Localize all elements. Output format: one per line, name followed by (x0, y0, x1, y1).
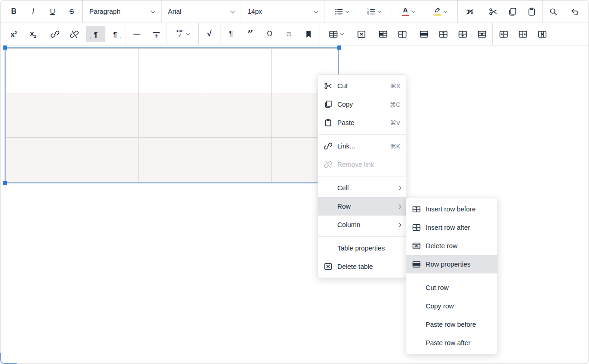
submenu-item-row-properties[interactable]: Row properties (406, 255, 497, 273)
table-cell[interactable] (205, 49, 271, 93)
row-properties-button[interactable] (414, 26, 433, 42)
submenu-item-paste-row-before[interactable]: Paste row before (406, 315, 497, 334)
square-root-button[interactable]: √ (200, 26, 219, 42)
bold-button[interactable]: B (4, 3, 23, 20)
page-break-button[interactable] (146, 26, 166, 42)
toolbar-separator (161, 0, 162, 23)
text-color-button[interactable]: A (392, 3, 424, 20)
menu-item-cell[interactable]: Cell (318, 179, 406, 197)
table-cell[interactable] (72, 138, 139, 182)
undo-button[interactable] (565, 3, 584, 20)
menu-item-label: Row (337, 203, 391, 210)
subscript-button[interactable]: x2 (23, 26, 43, 42)
blockquote-button[interactable]: ” (241, 26, 260, 42)
menu-item-link[interactable]: Link... ⌘K (318, 137, 406, 155)
unlink-button[interactable] (64, 26, 84, 42)
submenu-item-paste-row-after[interactable]: Paste row after (406, 334, 497, 352)
numbered-list-button[interactable]: 123 (358, 3, 390, 20)
submenu-item-insert-row-after[interactable]: Insert row after (406, 218, 497, 237)
insert-row-after-button[interactable] (453, 26, 472, 42)
square-root-icon: √ (207, 29, 211, 39)
delete-row-button[interactable] (472, 26, 491, 42)
paste-button[interactable] (522, 3, 541, 20)
submenu-item-copy-row[interactable]: Copy row (406, 297, 497, 315)
menu-item-paste[interactable]: Paste ⌘V (318, 114, 406, 132)
submenu-item-insert-row-before[interactable]: Insert row before (406, 200, 497, 218)
emoji-button[interactable]: ☺ (279, 26, 299, 42)
delete-table-button[interactable] (352, 26, 371, 42)
table-row (6, 138, 338, 182)
table-cell[interactable] (72, 49, 139, 93)
menu-item-label: Link... (337, 142, 383, 150)
menu-item-remove-link[interactable]: Remove link (318, 155, 406, 174)
chevron-down-icon (411, 9, 415, 12)
toolbar-separator (324, 0, 324, 23)
strikethrough-button[interactable]: S (62, 3, 81, 20)
rtl-button[interactable]: ¶→ (105, 26, 125, 42)
menu-item-column[interactable]: Column (318, 216, 406, 234)
bold-icon: B (11, 7, 17, 16)
block-format-select[interactable]: Paragraph (84, 3, 160, 20)
submenu-item-cut-row[interactable]: Cut row (406, 279, 497, 297)
table-cell[interactable] (205, 138, 271, 182)
underline-button[interactable]: U (43, 3, 62, 20)
menu-item-row[interactable]: Row (318, 197, 406, 216)
horizontal-rule-icon (133, 30, 141, 39)
insert-column-after-button[interactable] (513, 26, 532, 42)
menu-item-copy[interactable]: Copy ⌘C (318, 95, 406, 114)
bookmark-button[interactable] (299, 26, 318, 42)
copy-button[interactable] (502, 3, 522, 20)
chevron-down-icon (314, 9, 318, 13)
font-family-select[interactable]: Arial (162, 3, 240, 20)
menu-item-table-properties[interactable]: Table properties (318, 239, 406, 257)
merge-cells-button[interactable] (393, 26, 412, 42)
bullet-list-button[interactable] (325, 3, 358, 20)
horizontal-rule-button[interactable] (127, 26, 146, 42)
clear-formatting-button[interactable]: Tx (459, 3, 481, 20)
table-cell[interactable] (139, 93, 205, 138)
selected-table[interactable] (5, 47, 339, 183)
show-invisibles-button[interactable]: ¶ (221, 26, 241, 42)
insert-row-before-button[interactable] (433, 26, 453, 42)
editor-canvas[interactable] (0, 46, 589, 363)
spellcheck-button[interactable]: ABC ✓ (168, 26, 197, 42)
cell-properties-button[interactable] (373, 26, 393, 42)
font-size-value: 14px (248, 8, 262, 15)
superscript-button[interactable]: x2 (4, 26, 23, 42)
table-cell[interactable] (205, 93, 271, 138)
cut-icon (323, 81, 333, 91)
chevron-right-icon (397, 204, 401, 208)
link-button[interactable] (45, 26, 64, 42)
submenu-item-delete-row[interactable]: Delete row (406, 237, 497, 255)
table-resize-handle[interactable] (337, 46, 341, 50)
italic-icon: I (32, 7, 34, 16)
delete-column-button[interactable] (532, 26, 552, 42)
table-row (6, 93, 338, 138)
toolbar-separator (372, 23, 372, 45)
undo-icon (571, 7, 579, 16)
table-resize-handle[interactable] (3, 46, 7, 50)
search-button[interactable] (543, 3, 563, 20)
menu-item-icon-spacer (323, 202, 333, 211)
table-cell[interactable] (6, 49, 72, 93)
table-resize-handle[interactable] (3, 181, 7, 185)
special-character-button[interactable]: Ω (260, 26, 279, 42)
table-cell[interactable] (139, 138, 205, 182)
ltr-button[interactable]: ¶← (86, 26, 105, 42)
spellcheck-icon: ABC ✓ (176, 30, 183, 39)
italic-button[interactable]: I (23, 3, 43, 20)
emoji-icon: ☺ (285, 30, 293, 38)
table-cell[interactable] (6, 138, 72, 182)
numbered-list-icon: 123 (367, 7, 375, 16)
cut-button[interactable] (483, 3, 502, 20)
insert-column-before-button[interactable] (494, 26, 513, 42)
menu-item-cut[interactable]: Cut ⌘X (318, 77, 406, 95)
font-size-select[interactable]: 14px (242, 3, 323, 20)
highlight-color-button[interactable] (424, 3, 456, 20)
cell-properties-icon (379, 30, 387, 39)
table-cell[interactable] (139, 49, 205, 93)
table-button[interactable] (320, 26, 352, 42)
table-cell[interactable] (72, 93, 139, 138)
table-cell[interactable] (6, 93, 72, 138)
menu-item-delete-table[interactable]: Delete table (318, 257, 406, 276)
